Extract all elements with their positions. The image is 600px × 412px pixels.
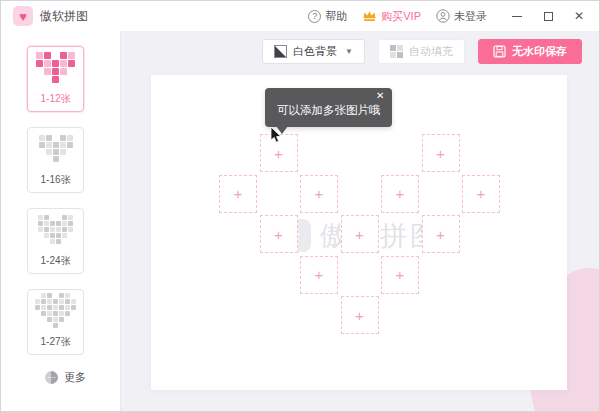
more-dots-icon: ⋯ (45, 371, 58, 384)
sidebar-layout-item-1-24[interactable]: 1-24张 (27, 208, 84, 274)
save-button[interactable]: 无水印保存 (478, 39, 582, 64)
photo-placeholder-cell[interactable]: + (341, 215, 379, 253)
toolbar: 白色背景 ▼ 自动填充 无水印保存 (121, 31, 599, 64)
background-label: 白色背景 (293, 44, 337, 59)
photo-placeholder-cell[interactable]: + (381, 175, 419, 213)
minimize-button[interactable] (511, 10, 523, 22)
layout-item-label: 1-24张 (40, 254, 70, 268)
sidebar-layout-item-1-27[interactable]: 1-27张 (27, 289, 84, 355)
layout-sidebar: 1-12张1-16张1-24张1-27张 ⋯ 更多 (1, 31, 121, 412)
plus-icon: + (315, 186, 324, 201)
photo-placeholder-cell[interactable]: + (381, 256, 419, 294)
buy-vip-button[interactable]: 购买VIP (362, 9, 421, 24)
plus-icon: + (477, 186, 486, 201)
help-label: 帮助 (325, 9, 347, 24)
photo-placeholder-cell[interactable]: + (422, 215, 460, 253)
photo-placeholder-cell[interactable]: + (219, 175, 257, 213)
app-logo-icon: ♥ (13, 6, 33, 26)
plus-icon: + (315, 267, 324, 282)
autofill-label: 自动填充 (409, 44, 453, 59)
chevron-down-icon: ▼ (345, 47, 353, 56)
layout-item-label: 1-27张 (40, 335, 70, 349)
layout-heart-icon (39, 135, 73, 162)
layout-heart-icon (35, 293, 76, 328)
crown-icon (362, 10, 377, 22)
maximize-icon (544, 12, 553, 21)
title-bar: ♥ 傲软拼图 ? 帮助 购买VIP 未登录 (1, 1, 599, 31)
tooltip-arrow (276, 126, 288, 134)
minimize-icon (512, 16, 522, 17)
plus-icon: + (274, 227, 283, 242)
maximize-button[interactable] (542, 10, 554, 22)
help-button[interactable]: ? 帮助 (308, 9, 347, 24)
more-button[interactable]: ⋯ 更多 (45, 370, 120, 385)
app-body: 1-12张1-16张1-24张1-27张 ⋯ 更多 白色背景 ▼ 自动填充 (1, 31, 599, 412)
titlebar-actions: ? 帮助 购买VIP 未登录 ✕ (308, 9, 585, 24)
background-select-button[interactable]: 白色背景 ▼ (262, 39, 365, 64)
app-window: ♥ 傲软拼图 ? 帮助 购买VIP 未登录 (0, 0, 600, 412)
main-area: 白色背景 ▼ 自动填充 无水印保存 (121, 31, 599, 412)
plus-icon: + (436, 227, 445, 242)
plus-icon: + (396, 267, 405, 282)
tooltip: 可以添加多张图片哦 ✕ (265, 88, 392, 127)
sidebar-layout-item-1-16[interactable]: 1-16张 (27, 127, 84, 193)
photo-placeholder-cell[interactable]: + (300, 175, 338, 213)
photo-placeholder-cell[interactable]: + (462, 175, 500, 213)
autofill-button[interactable]: 自动填充 (378, 39, 465, 64)
save-label: 无水印保存 (512, 44, 567, 59)
plus-icon: + (355, 227, 364, 242)
photo-placeholder-cell[interactable]: + (260, 134, 298, 172)
layout-list: 1-12张1-16张1-24张1-27张 (1, 46, 120, 355)
photo-placeholder-cell[interactable]: + (260, 215, 298, 253)
plus-icon: + (234, 186, 243, 201)
save-icon (493, 45, 506, 58)
photo-placeholder-cell[interactable]: + (341, 296, 379, 334)
more-label: 更多 (64, 370, 86, 385)
window-controls: ✕ (511, 10, 585, 22)
layout-item-label: 1-16张 (40, 173, 70, 187)
plus-icon: + (436, 146, 445, 161)
buy-vip-label: 购买VIP (381, 9, 421, 24)
layout-heart-icon (36, 52, 75, 83)
plus-icon: + (355, 308, 364, 323)
login-button[interactable]: 未登录 (436, 9, 487, 24)
app-title: 傲软拼图 (40, 8, 88, 25)
heart-icon: ♥ (19, 10, 27, 23)
grid-icon (390, 45, 403, 58)
layout-heart-icon (38, 215, 73, 244)
plus-icon: + (396, 186, 405, 201)
layout-item-label: 1-12张 (40, 92, 70, 106)
tooltip-close-button[interactable]: ✕ (376, 91, 384, 101)
sidebar-layout-item-1-12[interactable]: 1-12张 (27, 46, 84, 112)
photo-placeholder-cell[interactable]: + (422, 134, 460, 172)
background-swatch-icon (274, 45, 287, 58)
tooltip-text: 可以添加多张图片哦 (277, 104, 381, 116)
photo-placeholder-cell[interactable]: + (300, 256, 338, 294)
close-button[interactable]: ✕ (573, 10, 585, 22)
plus-icon: + (274, 146, 283, 161)
user-icon (436, 9, 450, 23)
login-label: 未登录 (454, 9, 487, 24)
close-icon: ✕ (574, 10, 584, 22)
collage-canvas: ♥ 傲软拼图 ++++++++++++ 可以添加多张图片哦 ✕ (151, 75, 567, 390)
question-icon: ? (308, 10, 321, 23)
